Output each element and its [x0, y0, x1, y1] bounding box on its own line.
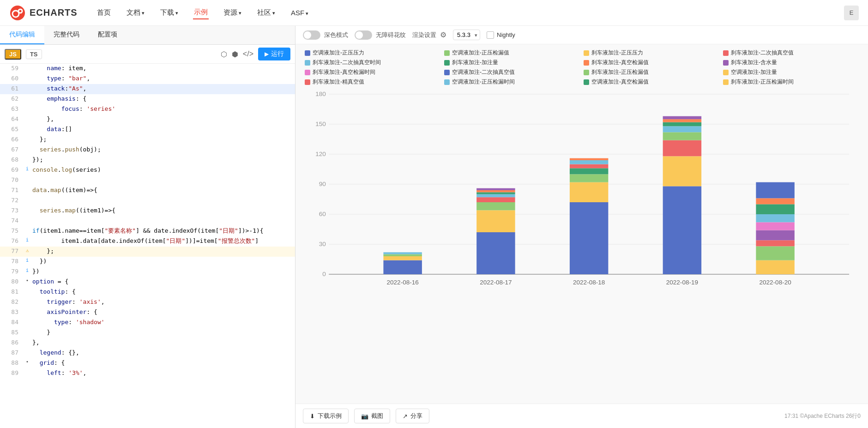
svg-rect-28 — [476, 190, 515, 192]
svg-rect-27 — [476, 192, 515, 194]
download-icon: ⬇ — [310, 413, 315, 420]
legend-item[interactable]: 刹车液加注-真空检漏时间 — [305, 68, 440, 76]
code-line: 65 data:[] — [0, 125, 295, 135]
code-toolbar-icons: ⬡ ⬢ </> 运行 — [221, 48, 290, 60]
legend-item[interactable]: 刹车液加注-含水量 — [723, 59, 859, 66]
nav-item-examples[interactable]: 示例 — [193, 6, 209, 19]
main-layout: 代码编辑 完整代码 配置项 JS TS ⬡ ⬢ </> 运行 59 name: … — [0, 26, 868, 428]
svg-text:2022-08-19: 2022-08-19 — [666, 279, 698, 286]
lang-ts-button[interactable]: TS — [26, 49, 42, 59]
extra-info: ©Apache ECharts 26行0 — [800, 413, 861, 419]
user-avatar-button[interactable]: E — [844, 6, 859, 20]
code-line: 89 left: '3%', — [0, 368, 295, 379]
svg-text:60: 60 — [319, 211, 326, 217]
svg-text:2022-08-17: 2022-08-17 — [480, 279, 512, 286]
lang-js-button[interactable]: JS — [5, 49, 21, 60]
nav-item-docs[interactable]: 文档 — [126, 6, 145, 19]
code-line: 64 }, — [0, 115, 295, 125]
bottom-bar: ⬇ 下载示例 📷 截图 ↗ 分享 17:31 ©Apache ECharts 2… — [295, 404, 868, 428]
svg-rect-41 — [663, 140, 701, 157]
code-icon[interactable]: </> — [243, 50, 253, 58]
tab-full-code[interactable]: 完整代码 — [44, 26, 89, 44]
legend-item[interactable]: 刹车液加注-真空检漏值 — [584, 59, 719, 66]
legend-item[interactable]: 空调液加注-二次抽真空值 — [444, 68, 580, 76]
legend-item[interactable]: 空调液加注-正压检漏时间 — [444, 78, 580, 86]
svg-rect-43 — [663, 126, 701, 132]
code-line: 76 i item1.data[date.indexOf(item["日期"])… — [0, 236, 295, 247]
legend-item[interactable]: 空调液加注-正压压力 — [305, 49, 440, 57]
svg-text:120: 120 — [315, 151, 326, 157]
download-button[interactable]: ⬇ 下载示例 — [303, 409, 349, 423]
screenshot-label: 截图 — [371, 412, 383, 420]
right-panel: 深色模式 无障碍花纹 渲染设置 ⚙ 5.3.3 5.3.2 5.3.1 Nigh… — [295, 26, 868, 428]
share-button[interactable]: ↗ 分享 — [396, 409, 429, 423]
code-line: 84 type: 'shadow' — [0, 318, 295, 328]
run-button[interactable]: 运行 — [258, 48, 290, 60]
left-panel: 代码编辑 完整代码 配置项 JS TS ⬡ ⬢ </> 运行 59 name: … — [0, 26, 295, 428]
nav-item-resources[interactable]: 资源 — [223, 6, 242, 19]
svg-rect-36 — [570, 160, 608, 164]
bottom-right-info: 17:31 ©Apache ECharts 26行0 — [784, 412, 861, 420]
code-line: 72 — [0, 196, 295, 206]
svg-rect-20 — [383, 252, 422, 254]
svg-text:150: 150 — [315, 121, 326, 127]
svg-rect-33 — [570, 174, 608, 182]
svg-rect-23 — [476, 210, 515, 232]
code-line: 80 • option = { — [0, 277, 295, 287]
svg-text:180: 180 — [315, 90, 326, 97]
nav-item-home[interactable]: 首页 — [96, 6, 112, 19]
time-display: 17:31 — [784, 413, 798, 419]
cube-icon[interactable]: ⬢ — [232, 50, 238, 59]
code-toolbar: JS TS ⬡ ⬢ </> 运行 — [0, 45, 295, 64]
legend-item[interactable]: 空调液加注-正压检漏值 — [444, 49, 580, 57]
legend-item[interactable]: 刹车液加注-正压检漏时间 — [723, 78, 859, 86]
svg-rect-56 — [756, 182, 794, 199]
chart-legend: 空调液加注-正压压力空调液加注-正压检漏值刹车液加注-正压压力刹车液加注-二次抽… — [305, 49, 859, 86]
barrier-free-toggle[interactable] — [355, 30, 372, 40]
share-label: 分享 — [410, 412, 422, 420]
svg-rect-48 — [756, 260, 794, 274]
3d-icon[interactable]: ⬡ — [221, 50, 227, 59]
legend-item[interactable]: 空调液加注-真空检漏值 — [584, 78, 719, 86]
right-toolbar: 深色模式 无障碍花纹 渲染设置 ⚙ 5.3.3 5.3.2 5.3.1 Nigh… — [295, 26, 868, 44]
svg-rect-32 — [570, 182, 608, 202]
nightly-checkbox-group[interactable]: Nightly — [487, 31, 515, 39]
dark-mode-toggle[interactable] — [303, 30, 320, 40]
svg-rect-24 — [476, 202, 515, 210]
chart-area: 空调液加注-正压压力空调液加注-正压检漏值刹车液加注-正压压力刹车液加注-二次抽… — [295, 44, 868, 404]
code-line: 73 series.map((item1)=>{ — [0, 206, 295, 216]
legend-item[interactable]: 刹车液加注-二次抽真空值 — [723, 49, 859, 57]
nav-item-community[interactable]: 社区 — [256, 6, 276, 19]
tab-code-edit[interactable]: 代码编辑 — [0, 26, 44, 44]
legend-item[interactable]: 空调液加注-加注量 — [723, 68, 859, 76]
svg-rect-40 — [663, 156, 701, 186]
code-line: 61 stack:"As", — [0, 84, 295, 94]
code-line: 79 i }) — [0, 267, 295, 277]
screenshot-button[interactable]: 📷 截图 — [354, 409, 390, 423]
code-line: 63 focus: 'series' — [0, 104, 295, 115]
svg-rect-29 — [476, 188, 515, 190]
legend-item[interactable]: 刹车液加注-二次抽真空时间 — [305, 59, 440, 66]
svg-rect-25 — [476, 197, 515, 202]
code-editor[interactable]: 59 name: item, 60 type: "bar", 61 stack:… — [0, 64, 295, 428]
nav-item-download[interactable]: 下载 — [159, 6, 179, 19]
svg-rect-39 — [663, 186, 701, 274]
chart-container: 03060901201501802022-08-162022-08-172022… — [305, 90, 859, 330]
svg-rect-45 — [663, 119, 701, 122]
svg-rect-18 — [383, 256, 422, 260]
legend-item[interactable]: 刹车液加注-正压压力 — [584, 49, 719, 57]
svg-rect-55 — [756, 198, 794, 204]
echarts-logo-icon — [9, 5, 26, 21]
legend-item[interactable]: 刹车液加注-正压检漏值 — [584, 68, 719, 76]
code-line: 86 }, — [0, 338, 295, 348]
logo[interactable]: ECHARTS — [9, 5, 78, 21]
nightly-checkbox[interactable] — [487, 31, 494, 39]
code-line: 70 — [0, 175, 295, 186]
gear-icon[interactable]: ⚙ — [440, 30, 446, 39]
nav-item-asf[interactable]: ASF — [290, 7, 309, 18]
code-line: 69 i console.log(series) — [0, 165, 295, 175]
version-select[interactable]: 5.3.3 5.3.2 5.3.1 — [453, 30, 480, 40]
legend-item[interactable]: 刹车液加注-加注量 — [444, 59, 580, 66]
tab-config[interactable]: 配置项 — [89, 26, 127, 44]
legend-item[interactable]: 刹车液加注-精真空值 — [305, 78, 440, 86]
